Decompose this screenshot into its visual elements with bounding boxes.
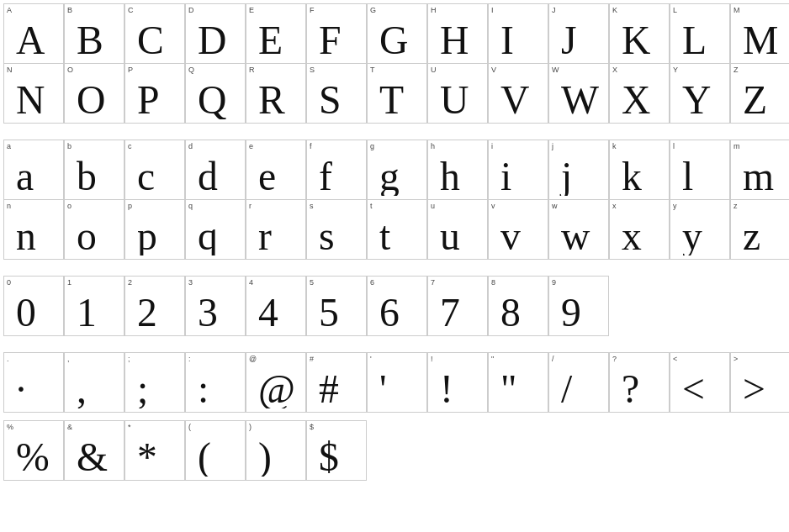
cell-v[interactable]: vv	[488, 199, 548, 260]
cell-2[interactable]: 22	[124, 276, 185, 336]
cell-s[interactable]: ss	[306, 199, 367, 260]
svg-text:U: U	[440, 77, 469, 119]
cell-S[interactable]: SS	[306, 63, 367, 124]
cell-ampersand[interactable]: &&	[64, 420, 124, 481]
cell-k[interactable]: kk	[609, 140, 670, 200]
cell-f[interactable]: ff	[306, 140, 367, 200]
svg-text:q: q	[198, 213, 218, 255]
cell-B[interactable]: BB	[64, 3, 124, 64]
cell-percent[interactable]: %%	[3, 420, 64, 481]
cell-c[interactable]: cc	[124, 140, 185, 200]
lowercase-row-1: aa bb cc dd ee ff gg hh ii jj kk ll mm	[3, 140, 786, 200]
cell-Z[interactable]: ZZ	[730, 63, 789, 124]
cell-t[interactable]: tt	[367, 199, 427, 260]
cell-at[interactable]: @@	[246, 352, 306, 413]
font-display-container: AA BB CC DD EE FF GG HH II JJ KK LL MM N…	[0, 0, 789, 492]
cell-comma[interactable]: ,,	[64, 352, 124, 413]
cell-apostrophe[interactable]: ''	[367, 352, 427, 413]
svg-text:J: J	[561, 18, 577, 59]
cell-G[interactable]: GG	[367, 3, 427, 64]
cell-C[interactable]: CC	[124, 3, 185, 64]
cell-I[interactable]: II	[488, 3, 548, 64]
cell-greater[interactable]: >>	[730, 352, 789, 413]
cell-e[interactable]: ee	[246, 140, 306, 200]
cell-Q[interactable]: QQ	[185, 63, 246, 124]
cell-r[interactable]: rr	[246, 199, 306, 260]
svg-text:&: &	[77, 435, 108, 476]
cell-X[interactable]: XX	[609, 63, 670, 124]
svg-text:0: 0	[16, 290, 36, 331]
cell-asterisk[interactable]: **	[124, 420, 185, 481]
cell-H[interactable]: HH	[427, 3, 488, 64]
cell-9[interactable]: 99	[548, 276, 609, 336]
cell-z[interactable]: zz	[730, 199, 789, 260]
cell-a[interactable]: aa	[3, 140, 64, 200]
cell-P[interactable]: PP	[124, 63, 185, 124]
svg-text:K: K	[622, 18, 650, 59]
svg-text:W: W	[561, 77, 599, 119]
cell-T[interactable]: TT	[367, 63, 427, 124]
cell-8[interactable]: 88	[488, 276, 548, 336]
svg-text:Z: Z	[743, 77, 767, 119]
cell-N[interactable]: NN	[3, 63, 64, 124]
svg-text:v: v	[500, 213, 521, 255]
cell-W[interactable]: WW	[548, 63, 609, 124]
svg-text:4: 4	[258, 290, 278, 331]
svg-text:!: !	[440, 366, 453, 408]
cell-d[interactable]: dd	[185, 140, 246, 200]
cell-F[interactable]: FF	[306, 3, 367, 64]
cell-exclamation[interactable]: !!	[427, 352, 488, 413]
cell-semicolon[interactable]: ;;	[124, 352, 185, 413]
cell-J[interactable]: JJ	[548, 3, 609, 64]
cell-u[interactable]: uu	[427, 199, 488, 260]
cell-E[interactable]: EE	[246, 3, 306, 64]
cell-V[interactable]: VV	[488, 63, 548, 124]
svg-text:y: y	[682, 213, 702, 255]
cell-w[interactable]: ww	[548, 199, 609, 260]
cell-x[interactable]: xx	[609, 199, 670, 260]
cell-1[interactable]: 11	[64, 276, 124, 336]
cell-colon[interactable]: ::	[185, 352, 246, 413]
cell-y[interactable]: yy	[670, 199, 730, 260]
svg-text:X: X	[622, 77, 650, 119]
cell-g[interactable]: gg	[367, 140, 427, 200]
cell-K[interactable]: KK	[609, 3, 670, 64]
cell-less[interactable]: <<	[670, 352, 730, 413]
cell-D[interactable]: DD	[185, 3, 246, 64]
cell-4[interactable]: 44	[246, 276, 306, 336]
cell-7[interactable]: 77	[427, 276, 488, 336]
cell-A[interactable]: AA	[3, 3, 64, 64]
cell-j[interactable]: jj	[548, 140, 609, 200]
cell-p[interactable]: pp	[124, 199, 185, 260]
cell-paren-open[interactable]: ((	[185, 420, 246, 481]
cell-quote[interactable]: ""	[488, 352, 548, 413]
cell-n[interactable]: nn	[3, 199, 64, 260]
cell-M[interactable]: MM	[730, 3, 789, 64]
cell-paren-close[interactable]: ))	[246, 420, 306, 481]
cell-l[interactable]: ll	[670, 140, 730, 200]
cell-hash[interactable]: ##	[306, 352, 367, 413]
cell-3[interactable]: 33	[185, 276, 246, 336]
svg-text:": "	[500, 366, 516, 408]
cell-h[interactable]: hh	[427, 140, 488, 200]
cell-6[interactable]: 66	[367, 276, 427, 336]
cell-dollar[interactable]: $$	[306, 420, 367, 481]
cell-L[interactable]: LL	[670, 3, 730, 64]
cell-5[interactable]: 55	[306, 276, 367, 336]
cell-period[interactable]: .·	[3, 352, 64, 413]
cell-m[interactable]: mm	[730, 140, 789, 200]
svg-text:): )	[258, 435, 272, 476]
cell-i[interactable]: ii	[488, 140, 548, 200]
cell-0[interactable]: 00	[3, 276, 64, 336]
cell-O[interactable]: OO	[64, 63, 124, 124]
cell-R[interactable]: RR	[246, 63, 306, 124]
cell-o[interactable]: oo	[64, 199, 124, 260]
svg-text:@: @	[258, 366, 295, 408]
svg-text:I: I	[500, 18, 514, 59]
cell-q[interactable]: qq	[185, 199, 246, 260]
cell-Y[interactable]: YY	[670, 63, 730, 124]
cell-slash[interactable]: //	[548, 352, 609, 413]
cell-U[interactable]: UU	[427, 63, 488, 124]
cell-question[interactable]: ??	[609, 352, 670, 413]
cell-b[interactable]: bb	[64, 140, 124, 200]
